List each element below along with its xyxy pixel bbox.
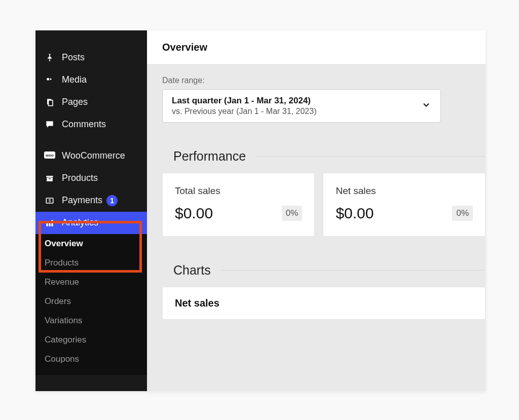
sidebar-item-posts[interactable]: Posts xyxy=(35,47,147,69)
submenu-item-categories[interactable]: Categories xyxy=(35,330,147,350)
app-window: Posts Media Pages Comments woo WooComm xyxy=(35,30,486,391)
page-header: Overview xyxy=(147,30,486,65)
svg-rect-6 xyxy=(47,177,53,181)
card-value: $0.00 xyxy=(175,205,213,222)
page-title: Overview xyxy=(162,42,470,53)
svg-rect-12 xyxy=(51,220,53,226)
charts-section-header: Charts xyxy=(162,263,486,278)
divider xyxy=(256,156,486,157)
media-icon xyxy=(44,74,56,86)
performance-cards: Total sales $0.00 0% Net sales $0.00 0% xyxy=(162,173,486,237)
chart-title: Net sales xyxy=(175,297,473,309)
submenu-item-products[interactable]: Products xyxy=(35,253,147,273)
card-title: Total sales xyxy=(175,185,302,197)
pushpin-icon xyxy=(44,52,56,64)
chevron-down-icon xyxy=(421,100,431,112)
divider xyxy=(221,270,486,271)
sidebar-item-label: Media xyxy=(62,74,87,86)
date-range-label: Date range: xyxy=(162,76,486,85)
sidebar-item-label: Payments xyxy=(62,195,102,206)
sidebar-item-payments[interactable]: $ Payments 1 xyxy=(35,189,147,212)
svg-rect-2 xyxy=(49,100,53,106)
svg-point-0 xyxy=(47,78,49,81)
sidebar-item-analytics[interactable]: Analytics xyxy=(35,212,147,234)
performance-section-header: Performance xyxy=(162,149,486,164)
payments-icon: $ xyxy=(44,195,56,207)
sidebar-item-comments[interactable]: Comments xyxy=(35,113,147,136)
bar-chart-icon xyxy=(44,217,56,229)
submenu-item-variations[interactable]: Variations xyxy=(35,311,147,330)
content-area: Date range: Last quarter (Jan 1 - Mar 31… xyxy=(147,65,486,320)
sidebar-item-pages[interactable]: Pages xyxy=(35,91,147,113)
sidebar-item-media[interactable]: Media xyxy=(35,69,147,91)
admin-sidebar: Posts Media Pages Comments woo WooComm xyxy=(35,30,147,391)
sidebar-item-label: WooCommerce xyxy=(62,150,125,162)
submenu-item-revenue[interactable]: Revenue xyxy=(35,273,147,292)
sidebar-item-label: Analytics xyxy=(62,217,98,228)
svg-rect-11 xyxy=(49,222,50,226)
sidebar-item-label: Comments xyxy=(62,119,106,130)
sidebar-separator xyxy=(35,136,147,145)
submenu-item-orders[interactable]: Orders xyxy=(35,292,147,311)
notification-badge: 1 xyxy=(106,195,118,206)
submenu-item-overview[interactable]: Overview xyxy=(35,234,147,253)
svg-rect-5 xyxy=(46,176,53,177)
card-delta: 0% xyxy=(452,206,473,221)
analytics-submenu: Overview Products Revenue Orders Variati… xyxy=(35,234,147,375)
comment-icon xyxy=(44,119,56,131)
svg-text:woo: woo xyxy=(45,153,54,158)
date-range-compare: vs. Previous year (Jan 1 - Mar 31, 2023) xyxy=(172,107,415,116)
sidebar-item-label: Pages xyxy=(62,96,88,108)
section-title: Performance xyxy=(162,149,246,164)
sidebar-item-products[interactable]: Products xyxy=(35,167,147,189)
svg-rect-7 xyxy=(49,178,50,179)
section-title: Charts xyxy=(162,263,211,278)
main-content: Overview Date range: Last quarter (Jan 1… xyxy=(147,30,486,391)
sidebar-item-label: Products xyxy=(62,172,98,184)
card-value: $0.00 xyxy=(336,205,374,222)
sidebar-item-woocommerce[interactable]: woo WooCommerce xyxy=(35,145,147,167)
total-sales-card[interactable]: Total sales $0.00 0% xyxy=(162,173,315,237)
date-range-dropdown[interactable]: Last quarter (Jan 1 - Mar 31, 2024) vs. … xyxy=(162,89,441,123)
net-sales-card[interactable]: Net sales $0.00 0% xyxy=(323,173,486,237)
pages-icon xyxy=(44,96,56,108)
svg-rect-10 xyxy=(46,223,48,226)
date-range-current: Last quarter (Jan 1 - Mar 31, 2024) xyxy=(172,96,415,106)
woocommerce-icon: woo xyxy=(44,150,56,162)
svg-text:$: $ xyxy=(49,198,51,203)
submenu-item-coupons[interactable]: Coupons xyxy=(35,350,147,369)
card-title: Net sales xyxy=(336,185,473,197)
card-delta: 0% xyxy=(282,206,303,221)
net-sales-chart-card[interactable]: Net sales xyxy=(162,287,486,320)
archive-icon xyxy=(44,172,56,184)
sidebar-item-label: Posts xyxy=(62,52,85,63)
